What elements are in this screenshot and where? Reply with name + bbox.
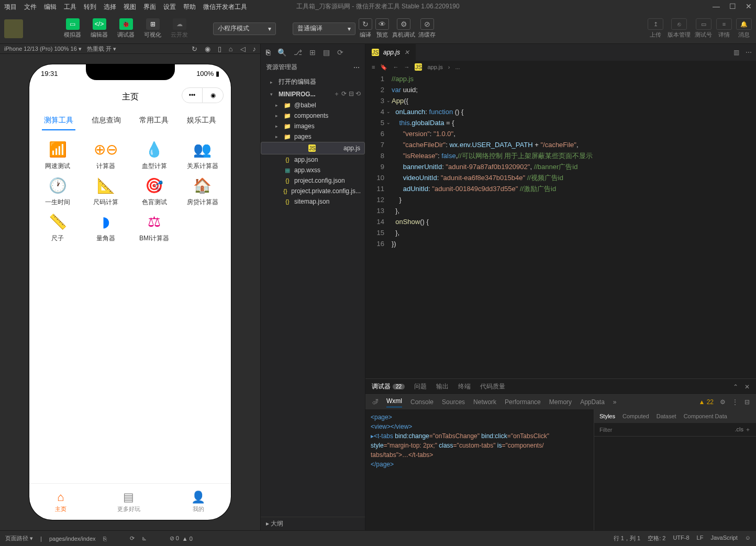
crumb-toc-icon[interactable]: ≡ — [372, 64, 375, 70]
avatar[interactable] — [4, 19, 23, 38]
bottomtab-mine[interactable]: 👤我的 — [191, 491, 205, 513]
stat-scene-icon[interactable]: ⟳ — [130, 535, 135, 542]
explorer-more-icon[interactable]: ⋯ — [353, 64, 360, 71]
subtab-wxml[interactable]: Wxml — [386, 397, 402, 407]
menu-interface[interactable]: 界面 — [143, 3, 156, 12]
subtab-performance[interactable]: Performance — [505, 398, 541, 406]
tab-entertainment[interactable]: 娱乐工具 — [185, 112, 218, 130]
grid-item[interactable]: 📏尺子 — [34, 212, 82, 243]
back-icon[interactable]: ◁ — [240, 45, 246, 53]
dock-icon[interactable]: ⊟ — [744, 398, 750, 406]
menu-goto[interactable]: 转到 — [84, 3, 96, 12]
close-icon[interactable]: ✕ — [746, 2, 752, 10]
grid-item[interactable]: 👥关系计算器 — [179, 140, 227, 171]
pagepath-value[interactable]: pages/index/index — [49, 536, 96, 542]
message-button[interactable]: 🔔消息 — [736, 18, 752, 39]
ext1-icon[interactable]: ⊞ — [309, 48, 316, 57]
simulator-button[interactable]: ▭模拟器 — [61, 17, 84, 40]
panel-close-icon[interactable]: ✕ — [744, 383, 750, 391]
menu-wechat[interactable]: 微信开发者工具 — [203, 3, 247, 12]
testid-button[interactable]: ▭测试号 — [695, 18, 712, 39]
styletab-dataset[interactable]: Dataset — [657, 413, 676, 419]
folder-images[interactable]: ▸📁images — [261, 121, 365, 131]
bottomtab-more[interactable]: ▤更多好玩 — [117, 491, 140, 513]
error-indicator[interactable]: ⊘ 0 — [170, 535, 179, 542]
pagepath-label[interactable]: 页面路径 ▾ — [5, 534, 33, 542]
folder-components[interactable]: ▸📁components — [261, 110, 365, 121]
dbgtab-output[interactable]: 输出 — [436, 379, 449, 394]
subtab-more-icon[interactable]: » — [613, 398, 617, 406]
dbgtab-problems[interactable]: 问题 — [414, 379, 427, 394]
folder-babel[interactable]: ▸📁@babel — [261, 100, 365, 110]
maximize-icon[interactable]: ☐ — [729, 2, 736, 10]
grid-item[interactable]: ⚖BMI计算器 — [130, 212, 179, 243]
grid-item[interactable]: 📶网速测试 — [34, 140, 82, 171]
explorer-icon[interactable]: ⎘ — [266, 48, 270, 57]
subtab-appdata[interactable]: AppData — [580, 398, 605, 406]
upload-button[interactable]: ↥上传 — [648, 18, 663, 39]
rotate-icon[interactable]: ▯ — [218, 45, 221, 53]
folder-pages[interactable]: ▸📁pages — [261, 131, 365, 142]
capsule-close-icon[interactable]: ◉ — [203, 87, 224, 103]
menu-view[interactable]: 视图 — [124, 3, 136, 12]
refresh-icon[interactable]: ↻ — [192, 45, 197, 53]
stat-perf-icon[interactable]: ⊾ — [142, 535, 147, 542]
grid-item[interactable]: 🕐一生时间 — [34, 176, 82, 207]
warning-count[interactable]: ▲ 22 — [698, 398, 714, 406]
menu-help[interactable]: 帮助 — [183, 3, 196, 12]
tab-info[interactable]: 信息查询 — [90, 112, 123, 130]
editor-tab-app-js[interactable]: JSapp.js✕ — [365, 44, 416, 61]
record-icon[interactable]: ◉ — [205, 45, 210, 53]
warning-indicator[interactable]: ▲ 0 — [182, 536, 193, 542]
file-app-wxss[interactable]: ▦app.wxss — [261, 165, 365, 175]
menu-file[interactable]: 文件 — [24, 3, 37, 12]
minimize-icon[interactable]: — — [713, 2, 720, 10]
version-button[interactable]: ⎋版本管理 — [668, 18, 691, 39]
subtab-sources[interactable]: Sources — [442, 398, 465, 406]
file-sitemap[interactable]: {}sitemap.json — [261, 196, 365, 207]
cloud-button[interactable]: ☁云开发 — [168, 17, 191, 40]
crumb-more[interactable]: ... — [455, 64, 460, 70]
home-icon[interactable]: ⌂ — [229, 45, 233, 53]
realdevice-button[interactable]: ⚙真机调试 — [392, 18, 415, 39]
compile-button[interactable]: ↻编译 — [359, 18, 372, 39]
styletab-styles[interactable]: Styles — [599, 413, 615, 419]
open-editors[interactable]: ▸打开的编辑器 — [261, 76, 365, 88]
editor-button[interactable]: </>编辑器 — [87, 17, 111, 40]
detail-button[interactable]: ≡详情 — [716, 18, 732, 39]
styletab-computed[interactable]: Computed — [622, 413, 649, 419]
git-icon[interactable]: ⎇ — [294, 48, 302, 57]
styletab-componentdata[interactable]: Component Data — [684, 413, 727, 419]
file-app-js[interactable]: JSapp.js — [261, 142, 365, 154]
menu-select[interactable]: 选择 — [104, 3, 116, 12]
capsule-menu-icon[interactable]: ••• — [182, 87, 203, 103]
file-project-private[interactable]: {}project.private.config.js... — [261, 186, 365, 196]
ext3-icon[interactable]: ⟳ — [337, 48, 343, 57]
crumb-bookmark-icon[interactable]: 🔖 — [380, 64, 387, 71]
gear-icon[interactable]: ⚙ — [720, 398, 726, 406]
visualize-button[interactable]: ⊞可视化 — [141, 17, 164, 40]
menu-project[interactable]: 项目 — [4, 3, 17, 12]
subtab-network[interactable]: Network — [473, 398, 496, 406]
feedback-icon[interactable]: ☺ — [745, 534, 751, 542]
panel-up-icon[interactable]: ⌃ — [733, 383, 738, 391]
subtab-console[interactable]: Console — [410, 398, 433, 406]
indent[interactable]: 空格: 2 — [648, 534, 665, 542]
mute-icon[interactable]: ♪ — [253, 45, 257, 53]
search-icon[interactable]: 🔍 — [277, 48, 286, 57]
menu-edit[interactable]: 编辑 — [44, 3, 57, 12]
tab-measure[interactable]: 测算工具 — [42, 112, 75, 130]
project-root[interactable]: ▾MINIPROG...＋ ⟳ ⊟ ⟲ — [261, 88, 365, 100]
grid-item[interactable]: 🏠房贷计算器 — [179, 176, 227, 207]
cursor-position[interactable]: 行 1，列 1 — [614, 534, 640, 542]
compile-mode-select[interactable]: 普通编译▾ — [293, 23, 355, 35]
preview-button[interactable]: 👁预览 — [375, 18, 389, 39]
clearcache-button[interactable]: ⊘清缓存 — [418, 18, 436, 39]
dbgtab-codequality[interactable]: 代码质量 — [480, 379, 505, 394]
wxml-tree[interactable]: <page> <view></view> ▸<t-tabs bind:chang… — [365, 409, 594, 530]
split-icon[interactable]: ▥ — [733, 49, 739, 56]
bottomtab-home[interactable]: ⌂主页 — [55, 491, 66, 513]
kebab-icon[interactable]: ⋮ — [732, 398, 738, 406]
style-filter-input[interactable] — [599, 427, 735, 433]
grid-item[interactable]: 📐尺码计算 — [82, 176, 130, 207]
